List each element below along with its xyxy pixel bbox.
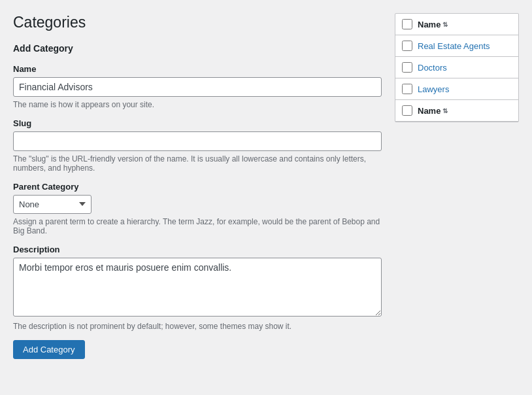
page-title: Categories [13, 13, 382, 33]
name-input[interactable] [13, 77, 382, 97]
category-name-cell: Lawyers [418, 84, 512, 94]
footer-sort-icon: ⇅ [442, 107, 448, 114]
name-group: Name The name is how it appears on your … [13, 64, 382, 109]
table-footer-row: Name ⇅ [395, 100, 518, 122]
table-footer-name-header[interactable]: Name ⇅ [418, 106, 448, 116]
add-category-heading: Add Category [13, 43, 382, 54]
left-panel: Categories Add Category Name The name is… [13, 13, 382, 359]
row-checkbox[interactable] [402, 41, 412, 51]
category-list-panel: Name ⇅ Real Estate Agents Doctors [395, 13, 519, 122]
table-row: Doctors [395, 57, 518, 78]
table-row: Lawyers [395, 78, 518, 100]
slug-hint: The "slug" is the URL-friendly version o… [13, 154, 382, 173]
parent-category-select[interactable]: None [13, 195, 91, 214]
description-textarea[interactable]: Morbi tempor eros et mauris posuere enim… [13, 258, 382, 317]
sort-icon: ⇅ [442, 21, 448, 28]
description-hint: The description is not prominent by defa… [13, 322, 382, 331]
category-table: Name ⇅ Real Estate Agents Doctors [395, 14, 518, 122]
name-label: Name [13, 64, 382, 74]
category-link-doctors[interactable]: Doctors [418, 63, 447, 73]
parent-category-group: Parent Category None Assign a parent ter… [13, 182, 382, 235]
table-row: Real Estate Agents [395, 35, 518, 57]
slug-group: Slug The "slug" is the URL-friendly vers… [13, 118, 382, 173]
description-group: Description Morbi tempor eros et mauris … [13, 245, 382, 331]
footer-checkbox[interactable] [402, 105, 412, 116]
parent-hint: Assign a parent term to create a hierarc… [13, 217, 382, 235]
parent-category-label: Parent Category [13, 182, 382, 192]
slug-input[interactable] [13, 131, 382, 151]
name-hint: The name is how it appears on your site. [13, 100, 382, 109]
header-checkbox[interactable] [402, 19, 412, 29]
slug-label: Slug [13, 118, 382, 128]
add-category-button[interactable]: Add Category [13, 340, 85, 359]
category-link-lawyers[interactable]: Lawyers [418, 84, 449, 94]
category-name-cell: Real Estate Agents [418, 41, 512, 51]
category-name-cell: Doctors [418, 63, 512, 73]
row-checkbox[interactable] [402, 84, 412, 94]
row-checkbox[interactable] [402, 62, 412, 73]
table-name-column-header[interactable]: Name ⇅ [418, 20, 448, 29]
category-link-real-estate-agents[interactable]: Real Estate Agents [418, 41, 490, 51]
description-label: Description [13, 245, 382, 254]
table-header-row: Name ⇅ [395, 14, 518, 35]
